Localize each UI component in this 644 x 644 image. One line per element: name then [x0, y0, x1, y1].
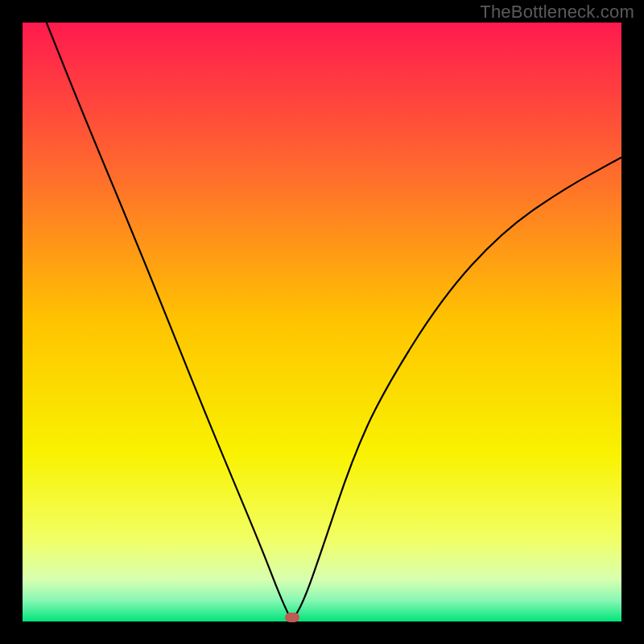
chart-frame: TheBottleneck.com	[0, 0, 644, 644]
chart-background	[23, 23, 621, 621]
chart-svg	[23, 23, 621, 621]
watermark-text: TheBottleneck.com	[480, 2, 634, 23]
bottleneck-marker	[285, 613, 299, 622]
plot-area	[23, 23, 621, 621]
